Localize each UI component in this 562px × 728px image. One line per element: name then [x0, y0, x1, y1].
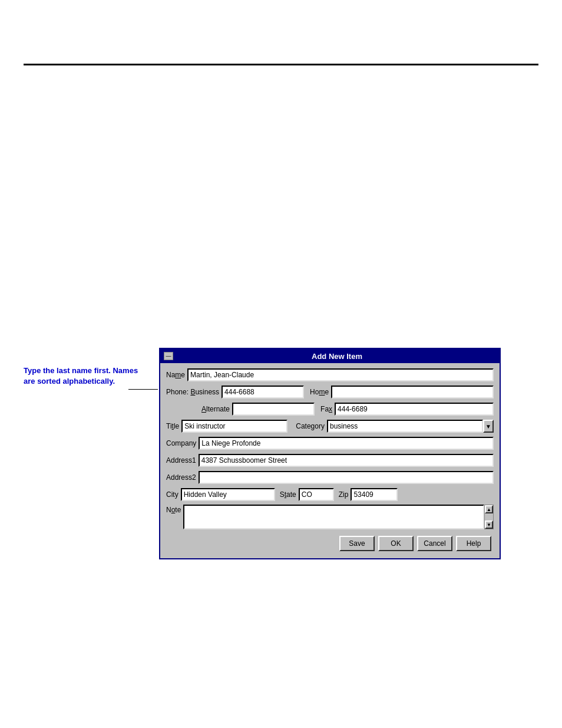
category-dropdown-button[interactable]: ▼	[483, 420, 494, 433]
button-row: Save OK Cancel Help	[166, 532, 494, 554]
dialog-body: Name Phone: Business Home Alternate Fax …	[160, 363, 500, 558]
dialog-titlebar: — Add New Item	[160, 349, 500, 363]
add-new-item-dialog: — Add New Item Name Phone: Business Home…	[159, 348, 501, 559]
state-label: State	[280, 490, 296, 499]
alternate-fax-row: Alternate Fax	[166, 402, 494, 416]
city-label: City	[166, 490, 178, 499]
home-label: Home	[310, 388, 329, 396]
annotation-line	[128, 389, 158, 390]
category-label: Category	[296, 422, 325, 430]
home-phone-input[interactable]	[331, 386, 494, 398]
note-row: Note ▲ ▼	[166, 505, 494, 529]
business-phone-input[interactable]	[222, 386, 304, 398]
dialog-title: Add New Item	[178, 352, 496, 361]
title-input[interactable]	[181, 420, 287, 433]
city-state-zip-row: City State Zip	[166, 487, 494, 502]
annotation-area: Type the last name first. Names are sort…	[24, 365, 141, 387]
note-input-wrapper: ▲ ▼	[183, 505, 494, 529]
address2-label: Address2	[166, 473, 196, 482]
company-input[interactable]	[199, 437, 494, 450]
name-label: Name	[166, 371, 185, 379]
title-label: Title	[166, 422, 179, 430]
zip-input[interactable]	[351, 488, 398, 501]
company-row: Company	[166, 436, 494, 450]
cancel-button[interactable]: Cancel	[417, 536, 452, 551]
category-input[interactable]	[327, 420, 483, 433]
note-label: Note	[166, 506, 181, 514]
dialog-wrapper: — Add New Item Name Phone: Business Home…	[159, 348, 501, 559]
address2-input[interactable]	[199, 471, 494, 484]
title-category-row: Title Category ▼	[166, 419, 494, 433]
help-button[interactable]: Help	[456, 536, 491, 551]
annotation-text: Type the last name first. Names are sort…	[24, 365, 141, 387]
fax-input[interactable]	[335, 403, 494, 416]
alternate-label: Alternate	[201, 405, 230, 413]
note-scrollbar[interactable]: ▲ ▼	[484, 505, 494, 529]
scroll-up-arrow[interactable]: ▲	[485, 505, 493, 513]
address1-label: Address1	[166, 456, 196, 465]
scroll-down-arrow[interactable]: ▼	[485, 521, 493, 529]
zip-label: Zip	[339, 490, 349, 499]
address1-input[interactable]	[199, 454, 494, 467]
address2-row: Address2	[166, 470, 494, 485]
ok-button[interactable]: OK	[378, 536, 414, 551]
name-row: Name	[166, 368, 494, 382]
fax-label: Fax	[320, 405, 332, 413]
name-input[interactable]	[187, 368, 494, 381]
city-input[interactable]	[181, 488, 275, 501]
phone-label: Phone: Business	[166, 388, 219, 396]
alternate-phone-input[interactable]	[232, 403, 315, 416]
note-textarea[interactable]	[183, 505, 484, 529]
state-input[interactable]	[299, 488, 334, 501]
save-button[interactable]: Save	[339, 536, 375, 551]
phone-business-home-row: Phone: Business Home	[166, 385, 494, 399]
horizontal-rule	[24, 64, 538, 65]
company-label: Company	[166, 439, 196, 447]
dialog-system-menu-icon[interactable]: —	[164, 352, 173, 360]
address1-row: Address1	[166, 453, 494, 467]
